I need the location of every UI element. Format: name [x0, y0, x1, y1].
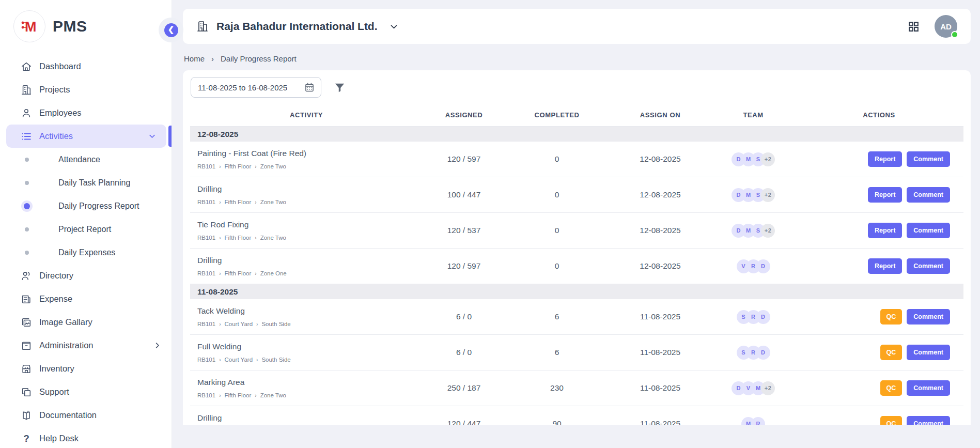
sidebar-item-label: Activities: [39, 131, 73, 141]
team-avatars: MR: [712, 417, 795, 425]
assigned-value: 120 / 597: [423, 261, 505, 271]
apps-grid-icon[interactable]: [907, 20, 920, 33]
chevron-right-icon: ›: [255, 271, 256, 276]
location-segment: RB101: [197, 235, 215, 241]
report-button[interactable]: Report: [868, 187, 902, 203]
breadcrumb-home-link[interactable]: Home: [184, 54, 205, 63]
report-button[interactable]: Report: [868, 151, 902, 167]
qc-button[interactable]: QC: [880, 345, 903, 360]
comment-button[interactable]: Comment: [907, 223, 950, 238]
sidebar-item-projects[interactable]: Projects: [0, 78, 172, 101]
location-segment: Court Yard: [225, 321, 253, 327]
sidebar-item-label: Expense: [39, 294, 72, 304]
date-range-input[interactable]: 11-08-2025 to 16-08-2025: [191, 77, 321, 98]
team-avatar[interactable]: R: [751, 417, 765, 425]
sidebar-item-administration[interactable]: Administration: [0, 334, 172, 357]
sidebar-item-dashboard[interactable]: Dashboard: [0, 55, 172, 78]
date-range-value: 11-08-2025 to 16-08-2025: [198, 83, 287, 92]
location-segment: Fifth Floor: [225, 392, 252, 398]
table-row: Painting - First Coat (Fire Red) RB101›F…: [190, 142, 963, 177]
completed-value: 90: [505, 419, 609, 425]
comment-button[interactable]: Comment: [907, 345, 950, 360]
sidebar-subitem-label: Attendance: [58, 155, 100, 164]
chevron-right-icon: ›: [219, 235, 221, 241]
user-avatar[interactable]: AD: [935, 15, 957, 38]
filter-icon[interactable]: [334, 82, 346, 94]
sidebar-item-label: Documentation: [39, 410, 97, 420]
sidebar-item-label: Inventory: [39, 364, 74, 374]
row-actions: QCComment: [795, 380, 963, 396]
location-segment: Zone Two: [260, 235, 286, 241]
team-avatar[interactable]: D: [756, 310, 770, 324]
comment-button[interactable]: Comment: [907, 151, 950, 167]
people-icon: [21, 270, 32, 282]
team-avatars: SRD: [712, 310, 795, 324]
sidebar-item-expense[interactable]: Expense: [0, 287, 172, 311]
activity-location: RB101›Court Yard›South Side: [197, 357, 418, 363]
sidebar: M PMS Dashboard Projects Employees Activ…: [0, 0, 172, 448]
bullet-dot-icon: [25, 227, 29, 231]
comment-button[interactable]: Comment: [907, 258, 950, 274]
comment-button[interactable]: Comment: [907, 380, 950, 396]
assigned-value: 6 / 0: [423, 348, 505, 357]
chevron-right-icon: ›: [219, 164, 221, 169]
comment-button[interactable]: Comment: [907, 187, 950, 203]
comment-button[interactable]: Comment: [907, 416, 950, 425]
location-segment: Fifth Floor: [225, 235, 252, 241]
sidebar-item-documentation[interactable]: Documentation: [0, 404, 172, 427]
team-avatars: VRD: [712, 259, 795, 273]
completed-value: 0: [505, 190, 609, 199]
sidebar-item-activities[interactable]: Activities: [6, 125, 166, 148]
location-segment: RB101: [197, 321, 215, 327]
team-more-badge[interactable]: +2: [761, 152, 775, 166]
qc-button[interactable]: QC: [880, 416, 903, 425]
location-segment: Court Yard: [225, 357, 253, 363]
assigned-value: 120 / 597: [423, 155, 505, 164]
sidebar-subitem-daily-progress-report[interactable]: Daily Progress Report: [0, 194, 172, 218]
row-actions: ReportComment: [795, 223, 963, 238]
chevron-right-icon: ›: [219, 271, 221, 276]
question-icon: ?: [21, 433, 32, 444]
sidebar-item-help-desk[interactable]: ? Help Desk: [0, 427, 172, 448]
location-segment: Zone One: [260, 270, 287, 276]
date-group-row: 12-08-2025: [190, 127, 963, 142]
location-segment: Fifth Floor: [225, 163, 252, 169]
sidebar-subitem-project-report[interactable]: Project Report: [0, 218, 172, 241]
qc-button[interactable]: QC: [880, 380, 903, 396]
report-button[interactable]: Report: [868, 223, 902, 238]
activity-location: RB101›Fifth Floor›Zone Two: [197, 392, 418, 398]
assign-on-date: 12-08-2025: [609, 190, 712, 199]
group-date: 12-08-2025: [197, 130, 238, 139]
team-more-badge[interactable]: +2: [761, 224, 775, 238]
sidebar-subitem-daily-expenses[interactable]: Daily Expenses: [0, 241, 172, 264]
location-segment: Zone Two: [260, 199, 286, 205]
comment-button[interactable]: Comment: [907, 309, 950, 325]
sidebar-subitem-daily-task-planning[interactable]: Daily Task Planning: [0, 171, 172, 194]
breadcrumb: Home › Daily Progress Report: [184, 54, 980, 63]
sidebar-item-inventory[interactable]: Inventory: [0, 357, 172, 380]
team-avatar[interactable]: D: [756, 346, 770, 360]
bullet-dot-icon: [25, 181, 29, 185]
assigned-value: 100 / 447: [423, 190, 505, 199]
assigned-value: 120 / 537: [423, 226, 505, 235]
location-segment: Zone Two: [260, 392, 286, 398]
sidebar-item-label: Projects: [39, 85, 70, 95]
sidebar-item-support[interactable]: Support: [0, 380, 172, 404]
team-avatar[interactable]: D: [756, 259, 770, 273]
archive-icon: [21, 340, 32, 351]
header-actions: AD: [907, 15, 957, 38]
sidebar-item-employees[interactable]: Employees: [0, 101, 172, 125]
report-button[interactable]: Report: [868, 258, 902, 274]
column-header-assign-on: ASSIGN ON: [609, 111, 712, 119]
company-selector[interactable]: Raja Bahadur International Ltd.: [196, 20, 398, 33]
team-more-badge[interactable]: +2: [761, 381, 775, 395]
team-more-badge[interactable]: +2: [761, 188, 775, 202]
chevron-right-icon: [153, 342, 161, 349]
collapse-sidebar-button[interactable]: ❮: [159, 18, 183, 42]
chevron-right-icon: ›: [255, 393, 256, 398]
sidebar-subitem-attendance[interactable]: Attendance: [0, 148, 172, 171]
assign-on-date: 12-08-2025: [609, 261, 712, 271]
sidebar-item-image-gallary[interactable]: Image Gallary: [0, 311, 172, 334]
sidebar-item-directory[interactable]: Directory: [0, 264, 172, 287]
qc-button[interactable]: QC: [880, 309, 903, 325]
